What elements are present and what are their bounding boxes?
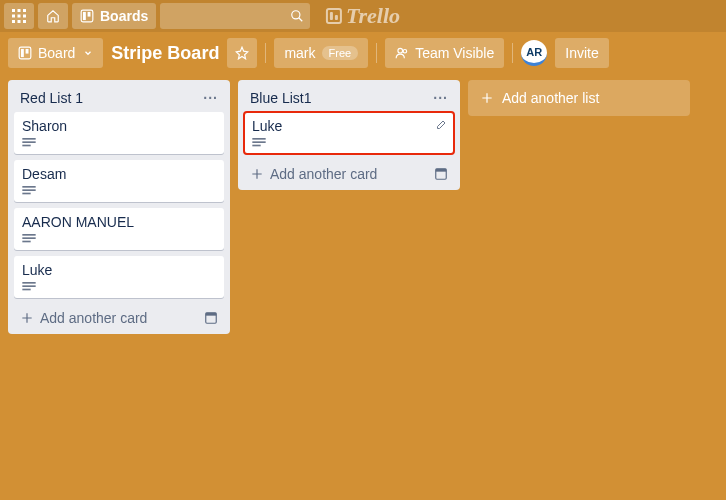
board-icon [18,46,32,60]
svg-rect-14 [19,47,31,59]
svg-rect-0 [12,9,15,12]
grid-icon [12,9,26,23]
home-icon [46,9,60,23]
board-canvas: Red List 1···SharonDesamAARON MANUELLuke… [0,74,726,340]
plan-badge: Free [322,46,359,60]
board-title[interactable]: Stripe Board [111,43,219,64]
board-switcher[interactable]: Board [8,38,103,68]
svg-rect-7 [18,20,21,23]
brand: Trello [326,3,400,29]
invite-label: Invite [565,45,598,61]
svg-rect-5 [23,15,26,18]
card-title: Sharon [22,118,216,134]
list-actions-button[interactable]: ··· [433,90,448,106]
svg-rect-37 [436,169,447,172]
template-icon [434,167,448,181]
divider [265,43,266,63]
card-title: Luke [252,118,446,134]
workspace-user: mark [284,45,315,61]
svg-rect-9 [81,10,93,22]
add-list-button[interactable]: Add another list [468,80,690,116]
card[interactable]: AARON MANUEL [14,208,224,250]
divider [376,43,377,63]
svg-rect-32 [206,313,217,316]
svg-rect-6 [12,20,15,23]
star-button[interactable] [227,38,257,68]
svg-point-17 [398,48,403,53]
svg-point-12 [292,11,300,19]
card-title: AARON MANUEL [22,214,216,230]
star-icon [235,46,249,60]
card-template-button[interactable] [204,311,218,325]
description-icon [22,186,36,196]
list-actions-button[interactable]: ··· [203,90,218,106]
brand-text: Trello [346,3,400,29]
list-title[interactable]: Red List 1 [20,90,83,106]
team-icon [395,46,409,60]
template-icon [204,311,218,325]
topbar: Boards Trello [0,0,726,32]
card[interactable]: Sharon [14,112,224,154]
board-icon [80,9,94,23]
add-card-row: Add another card [14,304,224,328]
description-icon [22,234,36,244]
add-card-label: Add another card [40,310,147,326]
divider [512,43,513,63]
search-icon [290,9,304,23]
card[interactable]: Desam [14,160,224,202]
svg-point-18 [403,50,407,54]
svg-rect-4 [18,15,21,18]
edit-card-button[interactable] [436,118,448,130]
card-title: Desam [22,166,216,182]
svg-rect-2 [23,9,26,12]
add-card-button[interactable]: Add another card [250,166,377,182]
home-button[interactable] [38,3,68,29]
add-card-button[interactable]: Add another card [20,310,147,326]
description-icon [22,282,36,292]
board-switcher-label: Board [38,45,75,61]
plus-icon [480,91,494,105]
add-card-row: Add another card [244,160,454,184]
workspace-pill[interactable]: mark Free [274,38,368,68]
boards-button[interactable]: Boards [72,3,156,29]
list-header: Red List 1··· [14,86,224,112]
svg-rect-10 [83,12,86,20]
svg-line-13 [299,18,303,22]
svg-rect-1 [18,9,21,12]
list-title[interactable]: Blue List1 [250,90,311,106]
add-list-label: Add another list [502,90,599,106]
plus-icon [250,167,264,181]
svg-rect-16 [26,49,29,54]
boards-label: Boards [100,8,148,24]
card-title: Luke [22,262,216,278]
plus-icon [20,311,34,325]
svg-rect-11 [88,12,91,17]
edit-icon [436,118,448,130]
board-header: Board Stripe Board mark Free Team Visibl… [0,32,726,74]
invite-button[interactable]: Invite [555,38,608,68]
card[interactable]: Luke [14,256,224,298]
svg-rect-15 [21,49,24,57]
add-card-label: Add another card [270,166,377,182]
card-template-button[interactable] [434,167,448,181]
chevron-down-icon [83,48,93,58]
svg-rect-8 [23,20,26,23]
list: Blue List1···LukeAdd another card [238,80,460,190]
description-icon [22,138,36,148]
apps-button[interactable] [4,3,34,29]
description-icon [252,138,266,148]
visibility-label: Team Visible [415,45,494,61]
list-header: Blue List1··· [244,86,454,112]
card[interactable]: Luke [244,112,454,154]
member-avatar[interactable]: AR [521,40,547,66]
list: Red List 1···SharonDesamAARON MANUELLuke… [8,80,230,334]
visibility-pill[interactable]: Team Visible [385,38,504,68]
search-input[interactable] [160,3,310,29]
trello-logo-icon [326,8,342,24]
svg-rect-3 [12,15,15,18]
